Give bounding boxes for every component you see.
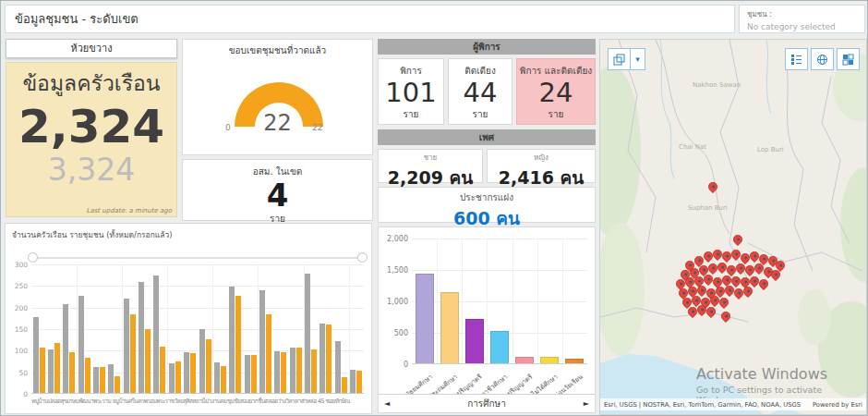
map-pins-layer: [600, 40, 866, 414]
pin-center-dot: [712, 185, 716, 189]
filled-bar[interactable]: [54, 343, 60, 393]
zoom-slider-track[interactable]: [33, 257, 362, 259]
filled-bar[interactable]: [85, 358, 90, 393]
total-bar[interactable]: [335, 341, 341, 393]
education-bar[interactable]: [540, 357, 559, 363]
map-pin-icon[interactable]: [706, 180, 719, 193]
filled-bar[interactable]: [296, 348, 302, 393]
total-bar[interactable]: [199, 329, 205, 393]
total-bar[interactable]: [350, 370, 356, 393]
scroll-left-icon[interactable]: ◄: [384, 395, 390, 412]
pin-center-dot: [684, 273, 688, 276]
education-chart: มัธยมศึกษาประถมศึกษาปริญญาตรีอาชีวศึกษาส…: [378, 226, 596, 413]
y-axis-tick-label: 200: [6, 304, 28, 312]
education-bar[interactable]: [465, 319, 484, 363]
total-bar[interactable]: [93, 367, 99, 393]
filled-bar[interactable]: [69, 352, 75, 393]
total-bar[interactable]: [290, 348, 295, 393]
disability-section-header: ผู้พิการ: [378, 39, 596, 55]
total-bar[interactable]: [259, 290, 265, 393]
total-bar[interactable]: [48, 349, 54, 393]
filled-bar[interactable]: [175, 361, 181, 393]
education-bar[interactable]: [565, 359, 584, 363]
pin-center-dot: [682, 291, 686, 295]
total-bar[interactable]: [139, 282, 144, 393]
filled-bar[interactable]: [206, 339, 211, 393]
filled-bar[interactable]: [281, 352, 286, 393]
education-axis-footer: ◄ การศึกษา ►: [379, 394, 595, 412]
total-bar[interactable]: [78, 296, 84, 393]
attribution-sources: Esri, USGS | NOSTRA, Esri, TomTom, Garmi…: [604, 401, 801, 409]
total-bar[interactable]: [33, 317, 39, 393]
education-bar[interactable]: [440, 292, 459, 363]
grid-gallery-icon[interactable]: [837, 48, 860, 70]
legend-icon[interactable]: [785, 48, 808, 70]
filled-bar[interactable]: [160, 347, 165, 393]
total-bar[interactable]: [229, 287, 235, 393]
total-bar[interactable]: [63, 304, 68, 393]
household-count: 2,324: [6, 100, 176, 153]
total-bar[interactable]: [169, 363, 175, 393]
disabled-card: พิการ 101 ราย: [378, 58, 444, 125]
total-bar[interactable]: [124, 299, 129, 393]
total-bar[interactable]: [274, 351, 280, 393]
y-axis-tick-label: 0: [380, 361, 408, 369]
filled-bar[interactable]: [266, 314, 271, 393]
pin-center-dot: [753, 254, 757, 258]
education-bar[interactable]: [416, 274, 434, 363]
disabled-count: 101: [379, 78, 443, 107]
v-gridline: [512, 239, 513, 363]
zoom-slider-handle-left[interactable]: [28, 252, 38, 263]
pin-center-dot: [775, 273, 778, 276]
filled-bar[interactable]: [251, 355, 257, 393]
filled-bar[interactable]: [115, 376, 120, 393]
household-plot-area: [31, 264, 364, 394]
pin-center-dot: [705, 300, 708, 304]
filled-bar[interactable]: [356, 371, 362, 393]
bedridden-card: ติดเตียง 44 ราย: [448, 58, 512, 125]
filled-bar[interactable]: [342, 377, 347, 393]
filled-bar[interactable]: [311, 349, 317, 393]
filled-bar[interactable]: [190, 353, 196, 393]
filled-bar[interactable]: [145, 329, 151, 393]
education-axis-title: การศึกษา: [379, 395, 595, 412]
zoom-slider-handle-right[interactable]: [357, 252, 368, 263]
total-bar[interactable]: [319, 324, 325, 393]
map-attribution: Esri, USGS | NOSTRA, Esri, TomTom, Garmi…: [600, 398, 866, 410]
district-button[interactable]: ห้วยขวาง: [6, 39, 177, 58]
globe-basemap-icon[interactable]: [811, 48, 834, 70]
pin-center-dot: [723, 300, 727, 304]
bedridden-label: ติดเตียง: [449, 64, 512, 78]
pin-center-dot: [729, 288, 732, 292]
education-bar[interactable]: [515, 357, 534, 363]
basemap-icon[interactable]: [608, 48, 631, 70]
filled-bar[interactable]: [130, 314, 136, 393]
pin-center-dot: [730, 268, 734, 272]
bedridden-unit: ราย: [449, 107, 512, 121]
category-slicer[interactable]: ชุมชน : No category selected: [739, 5, 865, 33]
education-bar[interactable]: [490, 331, 509, 363]
basemap-dropdown-caret-icon[interactable]: ▾: [630, 48, 645, 70]
total-bar[interactable]: [305, 274, 310, 393]
pin-center-dot: [686, 300, 690, 304]
filled-bar[interactable]: [40, 348, 45, 393]
pin-center-dot: [744, 280, 748, 284]
filled-bar[interactable]: [235, 296, 241, 393]
y-axis-tick-label: 0: [6, 390, 28, 398]
scroll-right-icon[interactable]: ►: [584, 395, 589, 412]
pin-center-dot: [726, 254, 729, 258]
map-tools-group: [785, 48, 860, 70]
map-panel[interactable]: ▾ Nakhon SawanChai NatLop BuriSuphan Bur…: [599, 39, 867, 415]
total-bar[interactable]: [245, 355, 250, 393]
total-bar[interactable]: [153, 275, 159, 393]
filled-bar[interactable]: [326, 324, 332, 393]
filled-bar[interactable]: [100, 367, 105, 393]
total-bar[interactable]: [184, 352, 189, 393]
disabled-bedridden-label: พิการ และติดเตียง: [517, 64, 595, 78]
v-gridline: [537, 239, 538, 363]
map-pin-icon[interactable]: [719, 310, 732, 323]
total-bar[interactable]: [214, 362, 220, 393]
map-pin-icon[interactable]: [731, 233, 744, 246]
total-bar[interactable]: [108, 364, 114, 393]
filled-bar[interactable]: [221, 366, 226, 393]
